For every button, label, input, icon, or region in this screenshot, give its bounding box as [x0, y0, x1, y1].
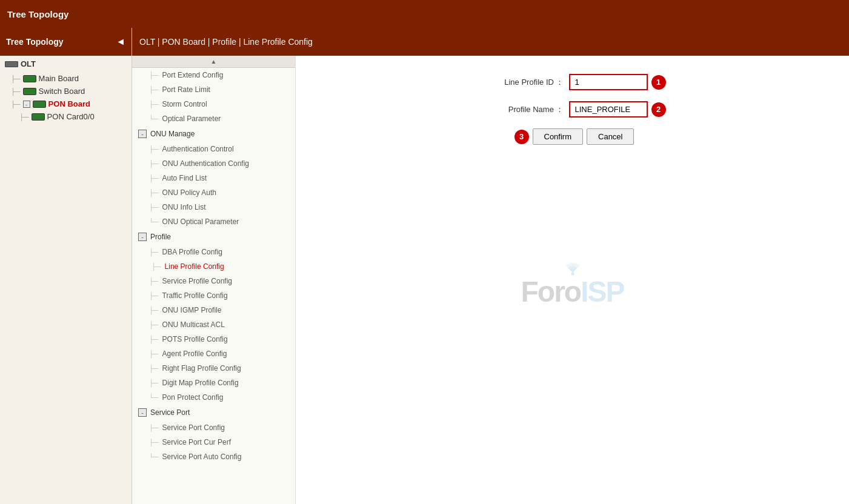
nav-label-profile: Profile: [150, 233, 171, 241]
confirm-button[interactable]: Confirm: [533, 128, 584, 145]
cancel-button[interactable]: Cancel: [587, 128, 634, 145]
pon-board-icon: [33, 101, 46, 108]
nav-item-onu-igmp-profile[interactable]: ├─ ONU IGMP Profile: [132, 303, 295, 317]
collapse-arrow-icon[interactable]: ◄: [116, 36, 125, 47]
service-port-expand-icon: -: [138, 408, 147, 417]
nav-item-onu-policy-auth[interactable]: ├─ ONU Policy Auth: [132, 185, 295, 200]
tree-label-switch-board: Switch Board: [39, 87, 85, 96]
wifi-icon: [554, 253, 590, 277]
nav-label-onu-auth-config: ONU Authentication Config: [162, 159, 249, 168]
nav-section-profile[interactable]: - Profile: [132, 229, 295, 245]
nav-label-authentication-control: Authentication Control: [162, 145, 234, 153]
nav-label-onu-info-list: ONU Info List: [162, 203, 206, 211]
nav-label-line-profile-config: Line Profile Config: [165, 262, 224, 271]
nav-label-storm-control: Storm Control: [162, 100, 207, 108]
profile-expand-icon: -: [138, 233, 147, 241]
tree-label-olt: OLT: [21, 59, 36, 68]
nav-label-pon-protect-config: Pon Protect Config: [162, 393, 224, 402]
nav-section-onu-manage[interactable]: - ONU Manage: [132, 126, 295, 142]
nav-label-onu-policy-auth: ONU Policy Auth: [162, 188, 216, 197]
nav-item-line-profile-config[interactable]: ├─ Line Profile Config: [132, 259, 295, 274]
nav-item-authentication-control[interactable]: ├─ Authentication Control: [132, 142, 295, 156]
badge-2: 2: [651, 102, 666, 117]
sidebar-title: Tree Topology: [6, 37, 64, 47]
line-profile-id-input[interactable]: [569, 74, 648, 90]
nav-item-onu-info-list[interactable]: ├─ ONU Info List: [132, 200, 295, 214]
olt-icon: [5, 61, 18, 67]
nav-item-port-extend-config[interactable]: ├─ Port Extend Config: [132, 68, 295, 82]
connector-icon2: ├─: [11, 88, 21, 95]
onu-manage-expand-icon: -: [138, 130, 147, 138]
nav-item-storm-control[interactable]: ├─ Storm Control: [132, 97, 295, 111]
nav-label-onu-multicast-acl: ONU Multicast ACL: [162, 320, 225, 329]
nav-label-port-extend-config: Port Extend Config: [162, 71, 224, 79]
nav-label-traffic-profile-config: Traffic Profile Config: [162, 291, 228, 300]
content-area: OLT | PON Board | Profile | Line Profile…: [132, 28, 849, 504]
profile-name-input[interactable]: [569, 101, 648, 118]
app-title: Tree Topology: [7, 9, 68, 19]
profile-name-row: Profile Name ： 2: [314, 101, 831, 118]
nav-item-service-profile-config[interactable]: ├─ Service Profile Config: [132, 274, 295, 288]
nav-label-auto-find-list: Auto Find List: [162, 174, 207, 182]
sidebar-item-pon-card[interactable]: ├─ PON Card0/0: [0, 110, 132, 123]
badge-1: 1: [651, 75, 666, 90]
nav-item-port-rate-limit[interactable]: ├─ Port Rate Limit: [132, 82, 295, 97]
nav-item-dba-profile-config[interactable]: ├─ DBA Profile Config: [132, 245, 295, 259]
nav-item-service-port-cur-perf[interactable]: ├─ Service Port Cur Perf: [132, 435, 295, 449]
tree-root-olt[interactable]: OLT: [0, 56, 132, 72]
nav-item-digit-map-profile-config[interactable]: ├─ Digit Map Profile Config: [132, 376, 295, 390]
nav-label-port-rate-limit: Port Rate Limit: [162, 85, 210, 94]
nav-panel: ▲ ├─ Port Extend Config ├─ Port Rate Lim…: [132, 56, 296, 504]
nav-label-onu-igmp-profile: ONU IGMP Profile: [162, 306, 222, 314]
nav-item-onu-multicast-acl[interactable]: ├─ ONU Multicast ACL: [132, 317, 295, 332]
connector-icon3: ├─: [11, 101, 21, 108]
sidebar: Tree Topology ◄ OLT ├─ Main Board ├─ Swi…: [0, 28, 132, 504]
scroll-up-button[interactable]: ▲: [132, 56, 295, 68]
scroll-up-icon: ▲: [211, 58, 217, 65]
main-layout: Tree Topology ◄ OLT ├─ Main Board ├─ Swi…: [0, 28, 849, 504]
nav-item-onu-optical-parameter[interactable]: └─ ONU Optical Parameter: [132, 214, 295, 229]
nav-item-service-port-config[interactable]: ├─ Service Port Config: [132, 420, 295, 435]
nav-label-onu-manage: ONU Manage: [150, 130, 195, 138]
nav-section-service-port[interactable]: - Service Port: [132, 405, 295, 420]
nav-label-agent-profile-config: Agent Profile Config: [162, 350, 227, 358]
nav-item-auto-find-list[interactable]: ├─ Auto Find List: [132, 171, 295, 185]
sidebar-header: Tree Topology ◄: [0, 28, 132, 56]
svg-point-0: [571, 273, 574, 276]
nav-item-agent-profile-config[interactable]: ├─ Agent Profile Config: [132, 346, 295, 361]
main-board-icon: [23, 75, 36, 82]
nav-label-service-port-config: Service Port Config: [162, 423, 225, 432]
nav-item-optical-parameter[interactable]: └─ Optical Parameter: [132, 111, 295, 126]
watermark: ForoISP: [521, 253, 624, 307]
nav-item-right-flag-profile-config[interactable]: ├─ Right Flag Profile Config: [132, 361, 295, 376]
tree-label-pon-card: PON Card0/0: [47, 112, 95, 121]
tree-label-main-board: Main Board: [39, 74, 79, 83]
form-area: ForoISP Line Profile ID ： 1 Profile Name…: [296, 56, 849, 504]
nav-item-service-port-auto-config[interactable]: └─ Service Port Auto Config: [132, 449, 295, 464]
foro-logo: ForoISP: [521, 253, 624, 307]
nav-label-right-flag-profile-config: Right Flag Profile Config: [162, 364, 241, 373]
badge-3: 3: [514, 130, 529, 144]
sidebar-item-main-board[interactable]: ├─ Main Board: [0, 72, 132, 85]
sidebar-item-switch-board[interactable]: ├─ Switch Board: [0, 85, 132, 98]
nav-label-dba-profile-config: DBA Profile Config: [162, 248, 222, 256]
sidebar-item-pon-board[interactable]: ├─ - PON Board: [0, 98, 132, 110]
nav-item-pon-protect-config[interactable]: └─ Pon Protect Config: [132, 390, 295, 405]
nav-label-service-port-auto-config: Service Port Auto Config: [162, 453, 242, 461]
tree-label-pon-board: PON Board: [48, 99, 90, 108]
pon-card-icon: [32, 113, 45, 121]
connector-icon: ├─: [11, 75, 21, 82]
nav-item-traffic-profile-config[interactable]: ├─ Traffic Profile Config: [132, 288, 295, 303]
profile-name-label: Profile Name ：: [479, 104, 564, 115]
form-content: Line Profile ID ： 1 Profile Name ： 2 3 C…: [314, 74, 831, 145]
expand-icon: -: [23, 101, 30, 108]
nav-label-service-port: Service Port: [150, 408, 190, 417]
nav-label-service-profile-config: Service Profile Config: [162, 277, 232, 285]
app-header: Tree Topology: [0, 0, 849, 28]
nav-label-digit-map-profile-config: Digit Map Profile Config: [162, 379, 239, 387]
nav-item-pots-profile-config[interactable]: ├─ POTS Profile Config: [132, 332, 295, 346]
nav-item-onu-auth-config[interactable]: ├─ ONU Authentication Config: [132, 156, 295, 171]
watermark-foro-isp: ForoISP: [521, 277, 624, 307]
switch-board-icon: [23, 88, 36, 95]
line-profile-id-label: Line Profile ID ：: [479, 77, 564, 88]
